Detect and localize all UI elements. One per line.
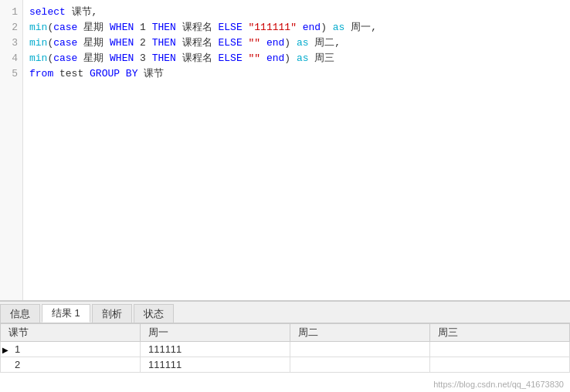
line-numbers: 1 2 3 4 5 [0,0,23,300]
line-number-4: 4 [0,51,22,66]
col-header-z2: 周二 [290,324,430,342]
cell-row2-z1: 111111 [140,357,290,373]
code-line-4: min(case 星期 WHEN 3 THEN 课程名 ELSE "" end)… [29,51,564,66]
cell-row2-kj: 2 [1,357,141,373]
col-header-z1: 周一 [140,324,290,342]
table-row: ▶1 111111 [1,342,570,357]
col-header-kj: 课节 [1,324,141,342]
cell-row1-z2 [290,342,430,357]
results-area[interactable]: 课节 周一 周二 周三 ▶1 111111 2 111111 [0,323,570,392]
tab-status[interactable]: 状态 [134,304,174,323]
line-number-2: 2 [0,20,22,35]
cell-row1-z3 [430,342,570,357]
editor-area: 1 2 3 4 5 select 课节, min(case 星期 WHEN 1 … [0,0,570,301]
watermark: https://blog.csdn.net/qq_41673830 [433,380,564,389]
line-number-3: 3 [0,35,22,51]
tab-info[interactable]: 信息 [0,304,40,323]
tab-profile[interactable]: 剖析 [92,304,132,323]
results-table: 课节 周一 周二 周三 ▶1 111111 2 111111 [0,323,570,373]
line-number-5: 5 [0,66,22,82]
code-line-2: min(case 星期 WHEN 1 THEN 课程名 ELSE "111111… [29,20,564,35]
cell-row2-z2 [290,357,430,373]
cell-row1-kj: ▶1 [1,342,141,357]
table-header-row: 课节 周一 周二 周三 [1,324,570,342]
tab-results[interactable]: 结果 1 [42,304,90,323]
table-row: 2 111111 [1,357,570,373]
code-content[interactable]: select 课节, min(case 星期 WHEN 1 THEN 课程名 E… [23,0,570,300]
cell-row2-z3 [430,357,570,373]
code-line-3: min(case 星期 WHEN 2 THEN 课程名 ELSE "" end)… [29,35,564,51]
code-line-1: select 课节, [29,5,564,20]
code-line-5: from test GROUP BY 课节 [29,66,564,82]
bottom-panel: 信息 结果 1 剖析 状态 课节 周一 周二 周三 ▶1 111111 [0,301,570,392]
col-header-z3: 周三 [430,324,570,342]
row-indicator-arrow: ▶ [2,345,8,353]
line-number-1: 1 [0,5,22,20]
cell-row1-z1: 111111 [140,342,290,357]
tabs-bar: 信息 结果 1 剖析 状态 [0,302,570,323]
